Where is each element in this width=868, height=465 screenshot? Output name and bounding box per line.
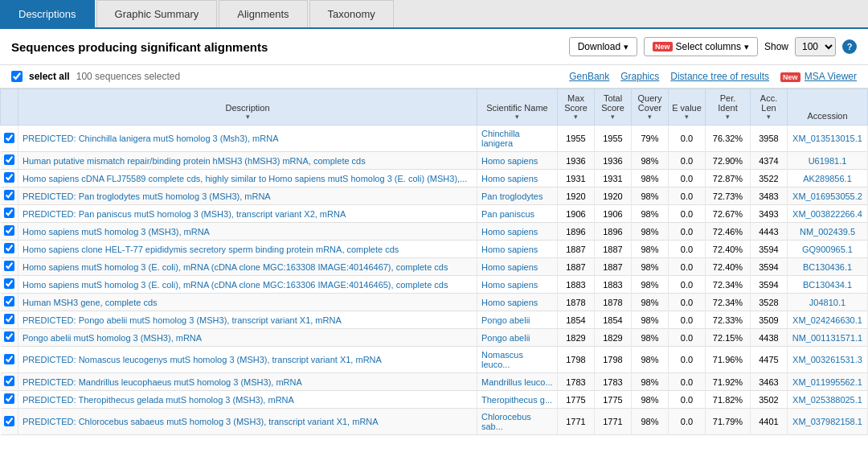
accession-link[interactable]: NM_001131571.1 xyxy=(792,333,862,343)
description-link[interactable]: Homo sapiens cDNA FLJ75589 complete cds,… xyxy=(23,174,467,183)
row-checkbox-cell[interactable] xyxy=(1,329,18,347)
accession-link[interactable]: AK289856.1 xyxy=(803,174,852,183)
description-link[interactable]: PREDICTED: Chlorocebus sabaeus mutS homo… xyxy=(23,417,379,426)
sci-name-link[interactable]: Pongo abelii xyxy=(481,315,530,325)
row-checkbox[interactable] xyxy=(4,331,14,342)
accession-link[interactable]: XM_024246630.1 xyxy=(792,315,862,325)
tab-alignments[interactable]: Alignments xyxy=(219,0,307,27)
row-checkbox-cell[interactable] xyxy=(1,187,18,205)
sci-name-link[interactable]: Homo sapiens xyxy=(481,174,538,183)
th-accession[interactable]: Accession xyxy=(788,89,868,126)
row-checkbox[interactable] xyxy=(4,354,14,364)
eval-sort-arrow[interactable]: ▾ xyxy=(672,113,702,121)
description-link[interactable]: PREDICTED: Theropithecus gelada mutS hom… xyxy=(23,395,294,405)
max-sort-arrow[interactable]: ▾ xyxy=(561,113,591,121)
description-link[interactable]: Homo sapiens mutS homolog 3 (MSH3), mRNA xyxy=(23,227,210,237)
graphics-link[interactable]: Graphics xyxy=(620,71,659,82)
row-checkbox[interactable] xyxy=(4,225,14,236)
row-checkbox[interactable] xyxy=(4,278,14,289)
th-total-score[interactable]: Total Score ▾ xyxy=(595,89,632,126)
row-checkbox-cell[interactable] xyxy=(1,391,18,409)
accession-link[interactable]: XM_025388025.1 xyxy=(792,395,862,405)
row-checkbox-cell[interactable] xyxy=(1,373,18,391)
row-checkbox-cell[interactable] xyxy=(1,258,18,276)
row-checkbox[interactable] xyxy=(4,154,14,165)
accession-link[interactable]: J04810.1 xyxy=(809,298,845,307)
row-checkbox[interactable] xyxy=(4,261,14,271)
msa-link[interactable]: MSA Viewer xyxy=(805,71,857,82)
tab-graphic-summary[interactable]: Graphic Summary xyxy=(96,0,218,27)
tab-descriptions[interactable]: Descriptions xyxy=(0,0,95,27)
row-checkbox[interactable] xyxy=(4,208,14,218)
row-checkbox[interactable] xyxy=(4,243,14,253)
sci-name-link[interactable]: Chinchilla lanigera xyxy=(481,129,520,148)
th-description[interactable]: Description ▾ xyxy=(18,89,477,126)
accession-link[interactable]: GQ900965.1 xyxy=(802,245,853,254)
description-link[interactable]: Homo sapiens mutS homolog 3 (E. coli), m… xyxy=(23,280,448,290)
sci-name-link[interactable]: Homo sapiens xyxy=(481,156,538,166)
accession-link[interactable]: XM_003822266.4 xyxy=(792,209,862,219)
row-checkbox[interactable] xyxy=(4,393,14,404)
row-checkbox-cell[interactable] xyxy=(1,170,18,187)
accession-link[interactable]: BC130434.1 xyxy=(803,280,852,290)
select-all-checkbox[interactable] xyxy=(11,71,23,82)
th-acc-len[interactable]: Acc. Len ▾ xyxy=(751,89,788,126)
row-checkbox-cell[interactable] xyxy=(1,152,18,170)
row-checkbox[interactable] xyxy=(4,190,14,200)
row-checkbox-cell[interactable] xyxy=(1,347,18,373)
sci-name-link[interactable]: Homo sapiens xyxy=(481,245,538,254)
accession-link[interactable]: BC130436.1 xyxy=(803,262,852,272)
total-sort-arrow[interactable]: ▾ xyxy=(598,113,628,121)
description-link[interactable]: PREDICTED: Pongo abelii mutS homolog 3 (… xyxy=(23,315,342,325)
row-checkbox[interactable] xyxy=(4,314,14,324)
row-checkbox-cell[interactable] xyxy=(1,311,18,329)
sci-name-link[interactable]: Pan troglodytes xyxy=(481,191,542,201)
sci-name-link[interactable]: Chlorocebus sab... xyxy=(481,412,531,431)
desc-sort-arrow[interactable]: ▾ xyxy=(22,113,473,121)
sci-sort-arrow[interactable]: ▾ xyxy=(481,113,554,121)
row-checkbox-cell[interactable] xyxy=(1,409,18,435)
th-max-score[interactable]: Max Score ▾ xyxy=(558,89,595,126)
th-per-ident[interactable]: Per. Ident ▾ xyxy=(706,89,751,126)
acclen-sort-arrow[interactable]: ▾ xyxy=(754,113,784,121)
sci-name-link[interactable]: Pan paniscus xyxy=(481,209,534,219)
description-link[interactable]: Human MSH3 gene, complete cds xyxy=(23,298,158,307)
description-link[interactable]: PREDICTED: Mandrillus leucophaeus mutS h… xyxy=(23,377,302,387)
qcover-sort-arrow[interactable]: ▾ xyxy=(635,113,665,121)
description-link[interactable]: PREDICTED: Chinchilla lanigera mutS homo… xyxy=(23,134,279,143)
row-checkbox[interactable] xyxy=(4,416,14,426)
distance-tree-link[interactable]: Distance tree of results xyxy=(670,71,769,82)
sci-name-link[interactable]: Homo sapiens xyxy=(481,280,538,290)
genbank-link[interactable]: GenBank xyxy=(569,71,609,82)
description-link[interactable]: Pongo abelii mutS homolog 3 (MSH3), mRNA xyxy=(23,333,202,343)
description-link[interactable]: PREDICTED: Nomascus leucogenys mutS homo… xyxy=(23,355,382,364)
sci-name-link[interactable]: Homo sapiens xyxy=(481,262,538,272)
row-checkbox-cell[interactable] xyxy=(1,294,18,311)
accession-link[interactable]: NM_002439.5 xyxy=(800,227,855,237)
row-checkbox[interactable] xyxy=(4,376,14,386)
description-link[interactable]: Homo sapiens clone HEL-T-77 epididymis s… xyxy=(23,245,399,254)
th-e-value[interactable]: E value ▾ xyxy=(669,89,706,126)
sci-name-link[interactable]: Mandrillus leuco... xyxy=(481,377,553,387)
accession-link[interactable]: XM_037982158.1 xyxy=(792,417,862,426)
row-checkbox-cell[interactable] xyxy=(1,223,18,241)
sci-name-link[interactable]: Nomascus leuco... xyxy=(481,350,523,369)
row-checkbox[interactable] xyxy=(4,133,14,143)
help-icon[interactable]: ? xyxy=(842,39,857,54)
perid-sort-arrow[interactable]: ▾ xyxy=(709,113,747,121)
description-link[interactable]: PREDICTED: Pan paniscus mutS homolog 3 (… xyxy=(23,209,346,219)
sci-name-link[interactable]: Homo sapiens xyxy=(481,298,538,307)
accession-link[interactable]: XM_013513015.1 xyxy=(792,134,862,143)
row-checkbox-cell[interactable] xyxy=(1,276,18,294)
sci-name-link[interactable]: Theropithecus g... xyxy=(481,395,552,405)
th-scientific-name[interactable]: Scientific Name ▾ xyxy=(477,89,558,126)
accession-link[interactable]: XM_016953055.2 xyxy=(792,191,862,201)
description-link[interactable]: Human putative mismatch repair/binding p… xyxy=(23,156,366,166)
sci-name-link[interactable]: Homo sapiens xyxy=(481,227,538,237)
row-checkbox-cell[interactable] xyxy=(1,126,18,152)
row-checkbox[interactable] xyxy=(4,296,14,307)
download-button[interactable]: Download xyxy=(569,37,637,56)
msa-viewer-link[interactable]: New MSA Viewer xyxy=(780,71,857,82)
tab-taxonomy[interactable]: Taxonomy xyxy=(309,0,394,27)
show-select[interactable]: 100 50 20 xyxy=(795,37,836,56)
